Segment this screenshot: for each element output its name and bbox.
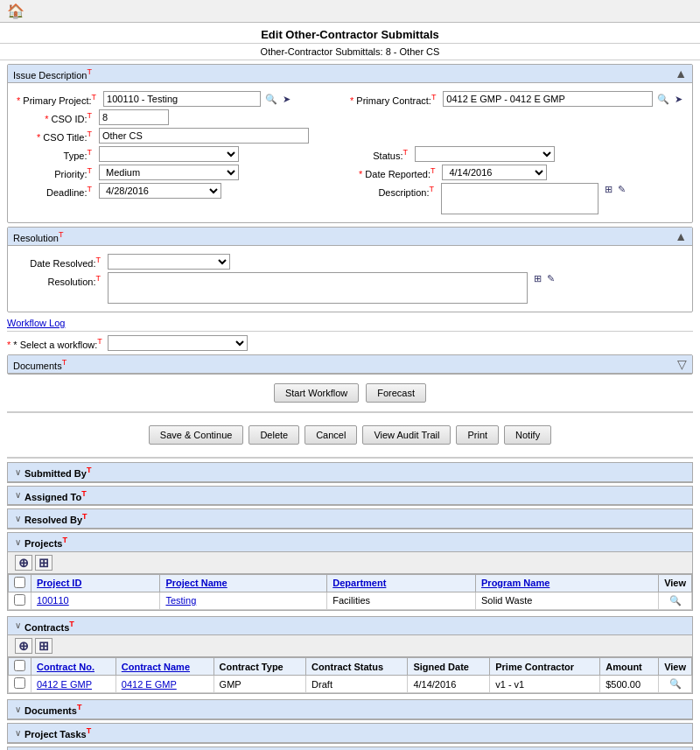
contracts-prime-col: Prime Contractor (490, 658, 600, 676)
workflow-select-row: * * Select a workflow:T (7, 335, 693, 351)
print-button[interactable]: Print (456, 425, 499, 445)
workflow-select[interactable] (108, 335, 248, 351)
contracts-select-all[interactable] (14, 660, 25, 671)
contracts-name-link[interactable]: Contract Name (122, 662, 190, 672)
project-checkbox[interactable] (14, 594, 25, 606)
contracts-copy-btn[interactable]: ⊞ (35, 638, 52, 654)
project-view-btn[interactable]: 🔍 (668, 594, 682, 607)
primary-contract-search-btn[interactable]: 🔍 (656, 93, 670, 106)
contracts-no-link[interactable]: Contract No. (37, 662, 94, 672)
project-name-link[interactable]: Testing (165, 595, 196, 606)
submitted-by-header[interactable]: ∨ Submitted ByT (8, 463, 692, 482)
contracts-type-col: Contract Type (214, 658, 306, 676)
contracts-add-btn[interactable]: ⊕ (15, 638, 32, 654)
primary-project-cell: * Primary Project:T 🔍 ➤ (17, 91, 350, 107)
cso-id-input[interactable] (99, 109, 169, 125)
primary-project-search-btn[interactable]: 🔍 (264, 93, 278, 106)
resolved-by-title: Resolved ByT (24, 512, 88, 525)
resolution-textarea[interactable] (108, 272, 528, 304)
desc-edit-btn[interactable]: ✎ (617, 183, 626, 196)
workflow-log-anchor[interactable]: Workflow Log (7, 318, 65, 328)
save-continue-button[interactable]: Save & Continue (149, 425, 244, 445)
contracts-signed-col: Signed Date (408, 658, 490, 676)
submitted-by-arrow: ∨ (15, 467, 21, 477)
projects-header-bar: ∨ ProjectsT (8, 533, 692, 552)
contract-prime-cell: v1 - v1 (490, 676, 600, 693)
primary-contract-label: * Primary Contract:T (350, 93, 439, 106)
notify-button[interactable]: Notify (504, 425, 551, 445)
resolved-by-header[interactable]: ∨ Resolved ByT (8, 509, 692, 529)
project-tasks-arrow: ∨ (15, 728, 21, 738)
primary-contract-group: * Primary Contract:T 🔍 ➤ (350, 91, 683, 107)
contracts-table: Contract No. Contract Name Contract Type… (8, 657, 692, 693)
view-audit-trail-button[interactable]: View Audit Trail (362, 425, 451, 445)
contracts-checkbox-col (9, 658, 32, 676)
primary-contract-link-btn[interactable]: ➤ (674, 93, 683, 106)
page-subtitle: Other-Contractor Submittals: 8 - Other C… (0, 44, 700, 60)
documents-collapse-icon[interactable]: ▽ (677, 357, 687, 371)
primary-contract-input[interactable] (443, 91, 653, 107)
cancel-button[interactable]: Cancel (304, 425, 357, 445)
delete-button[interactable]: Delete (248, 425, 299, 445)
resolution-group: Resolution:T ⊞ ✎ (17, 272, 683, 304)
contract-no-link[interactable]: 0412 E GMP (37, 679, 92, 690)
status-group: Status:T (359, 146, 683, 162)
projects-arrow: ∨ (15, 537, 21, 547)
contract-view-btn[interactable]: 🔍 (668, 677, 682, 690)
projects-select-all[interactable] (14, 577, 25, 588)
date-reported-label: * Date Reported:T (359, 166, 438, 179)
documents-bottom-header[interactable]: ∨ DocumentsT (8, 700, 692, 719)
resolution-collapse-icon[interactable]: ▲ (675, 229, 687, 243)
projects-name-link[interactable]: Project Name (165, 578, 227, 588)
projects-table-header: Project ID Project Name Department Progr… (9, 574, 692, 592)
primary-project-link-btn[interactable]: ➤ (282, 93, 291, 106)
contracts-section: ∨ ContractsT ⊕ ⊞ Contract No. Contract N… (7, 616, 693, 695)
cso-title-group: * CSO Title:T (17, 128, 683, 144)
project-tasks-title: Project TasksT (24, 726, 91, 739)
project-tasks-header[interactable]: ∨ Project TasksT (8, 724, 692, 743)
primary-project-input[interactable] (103, 91, 261, 107)
projects-title: ProjectsT (24, 536, 67, 549)
projects-projectid-link[interactable]: Project ID (37, 578, 81, 588)
issue-description-form: * Primary Project:T 🔍 ➤ * Primary Contra… (8, 83, 692, 222)
contracts-view-col: View (659, 658, 692, 676)
contract-tasks-header[interactable]: ∨ Contract TasksT (8, 747, 692, 750)
priority-select[interactable]: Medium (99, 165, 239, 180)
resolution-edit-btn[interactable]: ✎ (546, 272, 556, 285)
projects-copy-btn[interactable]: ⊞ (35, 555, 52, 571)
forecast-button[interactable]: Forecast (366, 383, 426, 403)
date-reported-select[interactable]: 4/14/2016 (442, 165, 547, 180)
status-label: Status:T (359, 148, 411, 161)
issue-description-header: Issue DescriptionT ▲ (8, 65, 692, 83)
resolution-expand-btn[interactable]: ⊞ (533, 272, 542, 285)
priority-date-row: Priority:T Medium * Date Reported:T 4/14… (17, 165, 683, 180)
cso-title-row: * CSO Title:T (17, 128, 683, 144)
projects-dept-col: Department (327, 574, 476, 592)
assigned-to-header[interactable]: ∨ Assigned ToT (8, 487, 692, 506)
primary-contract-cell: * Primary Contract:T 🔍 ➤ (350, 91, 683, 107)
date-resolved-label: Date Resolved:T (17, 256, 104, 269)
cso-title-input[interactable] (99, 128, 309, 144)
resolution-section: ResolutionT ▲ Date Resolved:T Resolution… (7, 227, 693, 312)
desc-expand-btn[interactable]: ⊞ (604, 183, 613, 196)
project-id-link[interactable]: 100110 (37, 595, 69, 606)
projects-add-btn[interactable]: ⊕ (15, 555, 32, 571)
deadline-select[interactable]: 4/28/2016 (99, 183, 221, 199)
description-textarea[interactable] (441, 183, 598, 214)
contracts-no-col: Contract No. (32, 658, 116, 676)
assigned-to-title: Assigned ToT (24, 489, 87, 502)
projects-program-link[interactable]: Program Name (481, 578, 550, 588)
start-workflow-button[interactable]: Start Workflow (274, 383, 359, 403)
issue-collapse-icon[interactable]: ▲ (675, 67, 687, 81)
contract-signed-cell: 4/14/2016 (408, 676, 490, 693)
date-resolved-select[interactable] (108, 254, 230, 270)
projects-dept-link[interactable]: Department (332, 578, 386, 588)
status-select[interactable] (415, 146, 555, 162)
primary-project-label: * Primary Project:T (17, 93, 100, 106)
documents-top-title: DocumentsT (13, 358, 66, 371)
contract-checkbox[interactable] (14, 677, 25, 689)
type-select[interactable] (99, 146, 239, 162)
workflow-log-link[interactable]: Workflow Log (7, 318, 693, 328)
contract-name-link[interactable]: 0412 E GMP (122, 679, 177, 690)
projects-view-col: View (659, 574, 692, 592)
